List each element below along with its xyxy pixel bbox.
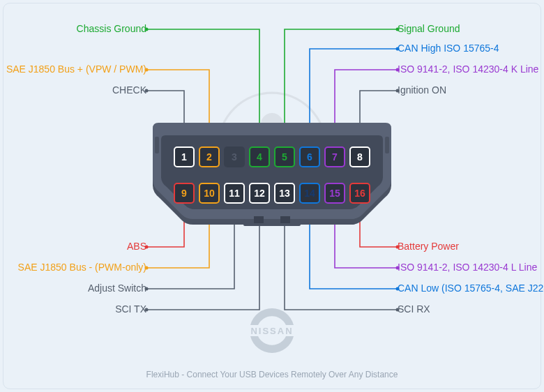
svg-text:NISSAN: NISSAN — [250, 326, 293, 336]
pin-1: 1 — [174, 146, 195, 167]
svg-point-12 — [396, 68, 400, 72]
pin-3: 3 — [224, 146, 245, 167]
label-pin-13: SCI RX — [398, 303, 430, 315]
svg-point-18 — [396, 246, 400, 249]
nissan-logo: NISSAN — [237, 306, 307, 359]
pin-12: 12 — [249, 183, 270, 204]
svg-point-10 — [396, 28, 400, 31]
label-pin-1: CHECK — [112, 84, 146, 96]
label-pin-15: ISO 9141-2, ISO 14230-4 L Line — [398, 262, 537, 273]
svg-rect-23 — [254, 216, 264, 223]
pin-9: 9 — [174, 183, 195, 204]
svg-point-15 — [145, 266, 149, 270]
pin-row-top: 12345678 — [174, 146, 370, 167]
svg-point-14 — [145, 246, 149, 249]
label-pin-16: Battery Power — [398, 241, 459, 252]
label-pin-7: ISO 9141-2, ISO 14230-4 K Line — [398, 63, 538, 75]
pin-5: 5 — [274, 146, 295, 167]
label-pin-12: SCI TX — [115, 303, 146, 315]
label-pin-11: Adjust Switch — [88, 282, 146, 294]
pin-11: 11 — [224, 183, 245, 204]
pin-14: 14 — [299, 183, 320, 204]
svg-point-19 — [396, 266, 400, 270]
label-pin-10: SAE J1850 Bus - (PWM-only) — [18, 262, 146, 273]
svg-rect-22 — [243, 219, 301, 226]
pin-16: 16 — [349, 183, 370, 204]
pin-2: 2 — [199, 146, 220, 167]
label-pin-4: Chassis Ground — [77, 23, 146, 34]
obd2-connector: 12345678 910111213141516 — [153, 123, 391, 227]
svg-point-16 — [145, 287, 149, 291]
svg-point-13 — [396, 89, 400, 93]
label-pin-14: CAN Low (ISO 15765-4, SAE J2284) — [398, 282, 544, 294]
connector-body — [153, 123, 391, 227]
svg-point-8 — [145, 68, 149, 72]
svg-rect-26 — [385, 137, 389, 153]
svg-point-20 — [396, 287, 400, 291]
pin-8: 8 — [349, 146, 370, 167]
svg-point-21 — [396, 308, 400, 312]
svg-rect-25 — [155, 137, 159, 153]
label-pin-9: ABS — [127, 241, 146, 252]
svg-point-11 — [396, 47, 400, 51]
svg-point-7 — [145, 28, 149, 31]
label-pin-5: Signal Ground — [398, 23, 460, 34]
label-pin-2: SAE J1850 Bus + (VPW / PWM) — [6, 63, 146, 75]
pin-10: 10 — [199, 183, 220, 204]
pin-15: 15 — [324, 183, 345, 204]
svg-point-17 — [145, 308, 149, 312]
pin-7: 7 — [324, 146, 345, 167]
label-pin-8: Ignition ON — [398, 84, 446, 96]
footer-text: FlexiHub - Connect Your USB Devices Remo… — [0, 370, 544, 379]
pin-row-bottom: 910111213141516 — [174, 183, 370, 204]
pin-13: 13 — [274, 183, 295, 204]
svg-point-9 — [145, 89, 149, 93]
label-pin-6: CAN High ISO 15765-4 — [398, 43, 499, 54]
pin-4: 4 — [249, 146, 270, 167]
svg-rect-24 — [280, 216, 290, 223]
pin-6: 6 — [299, 146, 320, 167]
